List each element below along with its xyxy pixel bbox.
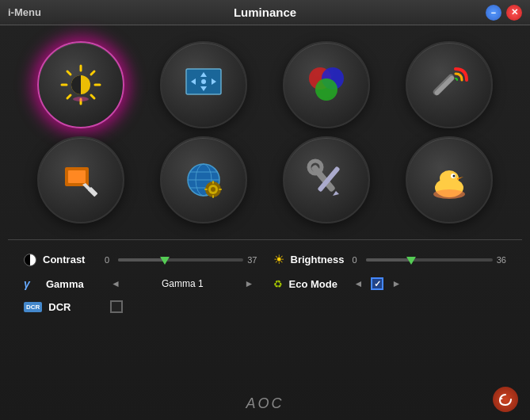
dcr-checkbox-container: [110, 300, 123, 313]
svg-point-42: [440, 170, 459, 186]
svg-point-18: [315, 78, 337, 101]
eco-mode-checkbox[interactable]: [371, 277, 383, 290]
gamma-prev-button[interactable]: ◄: [108, 277, 124, 291]
eco-mode-control: ♻ Eco Mode ◄ ►: [273, 277, 507, 291]
title-bar: i-Menu Luminance − ✕: [0, 0, 530, 25]
icon-grid: [8, 33, 522, 231]
image-setup-icon: [178, 59, 230, 111]
brightness-icon: ☀: [273, 252, 284, 267]
contrast-min: 0: [105, 255, 114, 265]
contrast-max: 37: [247, 255, 257, 265]
osd-setup-icon: [55, 155, 107, 206]
color-setup-icon-button[interactable]: [283, 41, 370, 128]
eco-prev-button[interactable]: ◄: [351, 277, 367, 291]
svg-rect-34: [212, 195, 214, 198]
brightness-slider[interactable]: [366, 258, 493, 262]
luminance-icon: [55, 59, 107, 111]
osd-setup-icon-button[interactable]: [37, 136, 124, 223]
brightness-control: ☀ Brightness 0 36: [273, 252, 507, 267]
color-setup-icon: [300, 59, 352, 111]
gamma-selector: ◄ Gamma 1 ►: [108, 277, 257, 291]
settings-icon: [300, 155, 352, 206]
dcr-label: DCR: [48, 301, 104, 313]
svg-line-8: [67, 95, 71, 98]
svg-line-5: [67, 71, 71, 74]
image-setup-icon-button[interactable]: [160, 41, 247, 128]
contrast-icon: [24, 254, 36, 266]
exit-icon-button[interactable]: [406, 136, 493, 223]
main-content: Contrast 0 37 ☀ Brightness 0 36: [0, 25, 530, 420]
svg-marker-40: [333, 191, 339, 196]
exit-icon: [423, 155, 475, 206]
svg-rect-36: [219, 189, 222, 190]
controls-section: Contrast 0 37 ☀ Brightness 0 36: [8, 239, 522, 321]
svg-point-15: [201, 79, 206, 84]
eco-next-button[interactable]: ►: [388, 277, 404, 291]
gamma-next-button[interactable]: ►: [242, 277, 257, 291]
eco-icon: ♻: [273, 278, 283, 290]
minimize-button[interactable]: −: [486, 5, 501, 21]
svg-rect-20: [432, 73, 456, 97]
app-title: i-Menu: [8, 6, 41, 18]
picture-boost-icon-button[interactable]: [406, 41, 493, 128]
svg-rect-22: [68, 170, 86, 183]
gamma-label: Gamma: [46, 278, 101, 290]
settings-icon-button[interactable]: [283, 136, 370, 223]
bottom-bar: [493, 387, 518, 412]
svg-point-44: [452, 175, 455, 178]
svg-point-32: [211, 187, 215, 192]
gamma-icon: γ: [24, 277, 40, 290]
contrast-slider[interactable]: [118, 258, 243, 262]
dcr-control: DCR DCR: [24, 300, 257, 313]
brightness-max: 36: [497, 255, 506, 265]
close-button[interactable]: ✕: [506, 5, 522, 21]
contrast-slider-container: 0 37: [105, 255, 257, 265]
svg-marker-47: [500, 397, 503, 400]
brightness-min: 0: [353, 255, 362, 265]
svg-rect-33: [212, 181, 214, 184]
contrast-label: Contrast: [43, 254, 98, 265]
extra-icon: [178, 155, 230, 206]
contrast-control: Contrast 0 37: [24, 252, 257, 267]
gamma-control: γ Gamma ◄ Gamma 1 ►: [24, 277, 257, 291]
window-title: Luminance: [234, 6, 296, 19]
extra-icon-button[interactable]: [160, 136, 247, 223]
dcr-icon: DCR: [24, 302, 42, 312]
picture-boost-icon: [423, 59, 475, 111]
brightness-label: Brightness: [291, 254, 346, 265]
luminance-icon-button[interactable]: [37, 41, 124, 128]
svg-rect-35: [204, 189, 208, 190]
eco-mode-label: Eco Mode: [289, 278, 345, 290]
svg-point-46: [433, 189, 465, 199]
back-button[interactable]: [493, 387, 518, 412]
dcr-checkbox[interactable]: [110, 300, 123, 313]
aoc-logo: AOC: [246, 395, 284, 412]
eco-mode-selector: ◄ ►: [351, 277, 507, 291]
svg-line-6: [91, 95, 94, 98]
svg-line-7: [91, 71, 94, 74]
brightness-slider-container: 0 36: [353, 255, 507, 265]
gamma-value: Gamma 1: [128, 278, 237, 289]
svg-point-9: [73, 97, 89, 101]
window-controls: − ✕: [486, 5, 522, 21]
